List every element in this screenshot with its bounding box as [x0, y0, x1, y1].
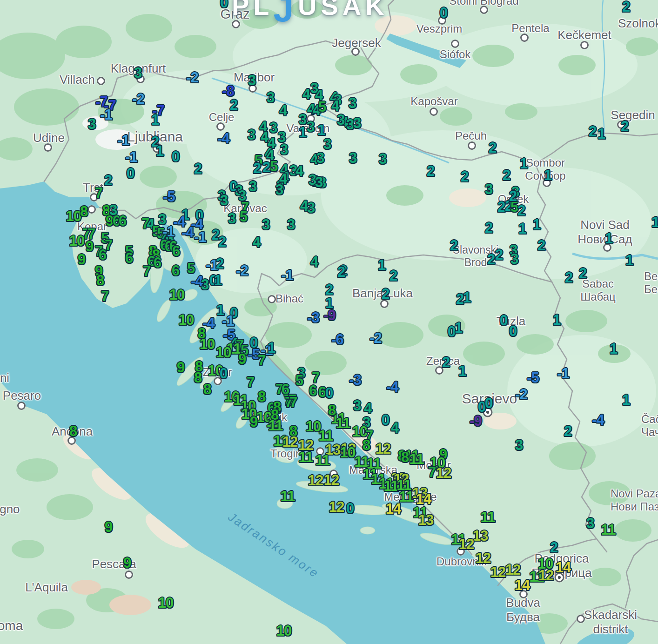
station-temperature-marker[interactable]: 4 [279, 102, 287, 119]
station-temperature-marker[interactable]: 14 [515, 577, 530, 594]
station-temperature-marker[interactable]: 2 [565, 269, 572, 286]
station-temperature-marker[interactable]: 12 [324, 472, 339, 489]
station-temperature-marker[interactable]: 8 [96, 272, 104, 289]
station-temperature-marker[interactable]: 5 [295, 372, 303, 389]
station-temperature-marker[interactable]: 11 [336, 415, 350, 432]
station-temperature-marker[interactable]: -2 [515, 386, 527, 403]
station-temperature-marker[interactable]: 12 [490, 564, 505, 581]
station-temperature-marker[interactable]: -2 [186, 69, 198, 86]
station-temperature-marker[interactable]: 1 [598, 126, 605, 142]
station-temperature-marker[interactable]: 6 [318, 384, 326, 401]
station-temperature-marker[interactable]: 3 [337, 112, 344, 128]
station-temperature-marker[interactable]: 8 [194, 369, 201, 386]
station-temperature-marker[interactable]: -6 [331, 331, 343, 348]
station-temperature-marker[interactable]: 7 [428, 464, 436, 481]
station-temperature-marker[interactable]: 2 [517, 202, 525, 219]
station-temperature-marker[interactable]: 3 [515, 437, 523, 454]
station-temperature-marker[interactable]: 14 [556, 559, 571, 576]
station-temperature-marker[interactable]: 2 [262, 159, 270, 176]
station-temperature-marker[interactable]: 2 [253, 160, 261, 177]
station-temperature-marker[interactable]: 3 [88, 116, 95, 133]
station-temperature-marker[interactable]: -5 [527, 369, 539, 386]
station-temperature-marker[interactable]: 9 [123, 555, 131, 571]
station-temperature-marker[interactable]: 2 [382, 286, 389, 302]
station-temperature-marker[interactable]: 2 [456, 291, 463, 308]
station-temperature-marker[interactable]: 3 [262, 216, 269, 233]
station-temperature-marker[interactable]: 3 [228, 210, 235, 227]
station-temperature-marker[interactable]: 10 [169, 287, 184, 303]
station-temperature-marker[interactable]: 3 [248, 127, 255, 143]
station-temperature-marker[interactable]: 8 [363, 437, 370, 454]
station-temperature-marker[interactable]: 10 [69, 233, 84, 249]
station-temperature-marker[interactable]: 8 [328, 402, 336, 419]
station-temperature-marker[interactable]: 1 [151, 112, 159, 128]
station-temperature-marker[interactable]: 3 [269, 120, 277, 136]
station-temperature-marker[interactable]: 1 [378, 257, 385, 274]
station-temperature-marker[interactable]: -5 [163, 188, 175, 205]
station-temperature-marker[interactable]: 3 [220, 192, 228, 209]
station-temperature-marker[interactable]: 10 [158, 595, 173, 611]
station-temperature-marker[interactable]: -9 [323, 307, 336, 324]
station-temperature-marker[interactable]: 3 [315, 174, 322, 191]
station-temperature-marker[interactable]: 3 [280, 141, 288, 158]
station-temperature-marker[interactable]: 3 [379, 151, 386, 168]
station-temperature-marker[interactable]: 2 [427, 163, 434, 180]
station-temperature-marker[interactable]: 1 [625, 252, 633, 269]
station-temperature-marker[interactable]: 7 [247, 374, 254, 391]
station-temperature-marker[interactable]: 0 [485, 395, 492, 412]
station-temperature-marker[interactable]: 10 [216, 344, 231, 361]
station-temperature-marker[interactable]: 2 [487, 251, 495, 268]
station-temperature-marker[interactable]: 2 [218, 234, 226, 250]
station-temperature-marker[interactable]: 6 [172, 243, 180, 260]
station-temperature-marker[interactable]: -4 [217, 130, 229, 147]
station-temperature-marker[interactable]: 7 [101, 288, 108, 305]
station-temperature-marker[interactable]: 12 [538, 567, 553, 584]
station-temperature-marker[interactable]: 12 [376, 441, 390, 457]
station-temperature-marker[interactable]: 4 [253, 234, 260, 251]
station-temperature-marker[interactable]: 11 [410, 451, 424, 468]
station-temperature-marker[interactable]: 6 [119, 213, 126, 229]
station-temperature-marker[interactable]: 12 [476, 550, 490, 567]
station-temperature-marker[interactable]: 1 [299, 124, 306, 141]
station-temperature-marker[interactable]: 3 [349, 95, 356, 112]
station-temperature-marker[interactable]: 2 [230, 97, 237, 114]
station-temperature-marker[interactable]: -4 [386, 379, 398, 396]
station-temperature-marker[interactable]: 3 [510, 251, 518, 268]
station-temperature-marker[interactable]: 2 [450, 237, 457, 254]
station-temperature-marker[interactable]: 3 [316, 150, 324, 167]
station-temperature-marker[interactable]: 5 [240, 208, 247, 225]
station-temperature-marker[interactable]: 5 [270, 158, 277, 175]
station-temperature-marker[interactable]: 14 [386, 501, 401, 517]
station-temperature-marker[interactable]: 1 [605, 230, 612, 247]
station-temperature-marker[interactable]: 3 [307, 119, 314, 135]
station-temperature-marker[interactable]: 1 [520, 155, 527, 172]
station-temperature-marker[interactable]: 3 [287, 216, 295, 233]
station-temperature-marker[interactable]: -9 [470, 413, 482, 429]
station-temperature-marker[interactable]: -2 [132, 91, 144, 107]
station-temperature-marker[interactable]: 2 [495, 247, 503, 263]
station-temperature-marker[interactable]: 3 [353, 115, 361, 132]
station-temperature-marker[interactable]: 7 [143, 263, 150, 280]
station-temperature-marker[interactable]: 12 [282, 434, 297, 450]
station-temperature-marker[interactable]: 11 [299, 449, 313, 466]
station-temperature-marker[interactable]: 10 [66, 208, 81, 225]
station-temperature-marker[interactable]: 0 [346, 500, 354, 517]
station-temperature-marker[interactable]: 1 [214, 272, 222, 289]
station-temperature-marker[interactable]: 4 [261, 129, 268, 146]
station-temperature-marker[interactable]: 1 [463, 289, 470, 306]
station-temperature-marker[interactable]: 4 [391, 420, 398, 436]
station-temperature-marker[interactable]: 10 [179, 312, 194, 329]
station-temperature-marker[interactable]: 2 [216, 255, 223, 272]
station-temperature-marker[interactable]: 13 [418, 512, 433, 529]
station-temperature-marker[interactable]: 12 [459, 536, 474, 553]
station-temperature-marker[interactable]: 1 [455, 320, 462, 336]
station-temperature-marker[interactable]: 8 [401, 449, 409, 466]
station-temperature-marker[interactable]: -3 [307, 309, 319, 326]
station-temperature-marker[interactable]: 0 [220, 365, 227, 382]
station-temperature-marker[interactable]: 12 [329, 499, 344, 516]
station-temperature-marker[interactable]: 1 [518, 221, 526, 237]
station-temperature-marker[interactable]: 11 [384, 478, 398, 495]
station-temperature-marker[interactable]: 4 [300, 198, 308, 215]
station-temperature-marker[interactable]: 1 [533, 216, 540, 233]
station-temperature-marker[interactable]: 1 [553, 312, 560, 329]
